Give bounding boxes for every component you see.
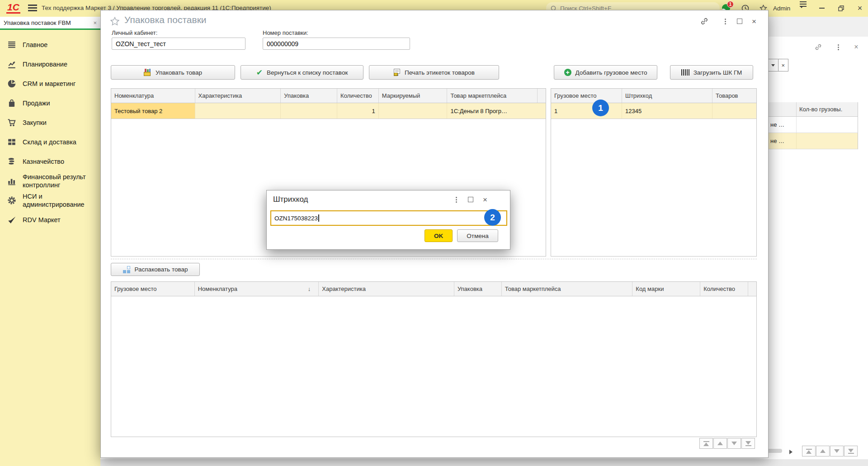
text-caret [318, 214, 319, 222]
packed-items-table: Грузовое место Номенклатура ↓ Характерис… [111, 281, 757, 437]
print-labels-button[interactable]: 1.11 Печать этикеток товаров [369, 65, 499, 80]
sidebar-item-glavnoe[interactable]: Главное [0, 35, 100, 54]
supply-number-field[interactable] [263, 38, 410, 50]
link-icon[interactable] [699, 17, 709, 26]
bg-link-icon[interactable] [814, 43, 823, 52]
col-tovar-marketplejsa[interactable]: Товар маркетплейса [502, 282, 633, 296]
modal-close-icon[interactable]: × [481, 196, 489, 203]
items-table-header: Номенклатура Характеристика Упаковка Кол… [111, 89, 546, 103]
rdv-check-icon [7, 215, 16, 224]
sidebar-item-zakupki[interactable]: Закупки [0, 113, 100, 132]
close-dialog-icon[interactable]: × [749, 17, 759, 26]
1c-logo-icon[interactable]: 1С [6, 2, 20, 14]
col-kolichestvo[interactable]: Количество [700, 282, 748, 296]
sidebar-item-label: Главное [23, 41, 47, 48]
col-upakovka[interactable]: Упаковка [454, 282, 502, 296]
go-top-button[interactable] [699, 438, 713, 449]
sidebar-item-kaznacheystvo[interactable]: Казначейство [0, 152, 100, 171]
more-menu-icon[interactable] [720, 17, 730, 26]
bg-close-icon[interactable]: × [852, 43, 861, 52]
annotation-badge-2: 2 [484, 209, 501, 226]
bg-scroll-right-icon[interactable] [789, 450, 793, 454]
restore-window-icon[interactable] [836, 4, 845, 13]
bg-go-down-button[interactable] [830, 446, 844, 456]
sort-desc-icon: ↓ [308, 285, 311, 292]
barcode-modal: Штрихкод × OZN175038223 OK Отмена [266, 190, 510, 250]
modal-more-icon[interactable] [452, 196, 460, 203]
tab-close-icon[interactable]: × [93, 19, 97, 26]
modal-maximize-icon[interactable] [467, 196, 475, 203]
unpack-item-button[interactable]: Распаковать товар [111, 263, 200, 276]
packed-table-header: Грузовое место Номенклатура ↓ Характерис… [111, 282, 756, 296]
cancel-button[interactable]: Отмена [457, 229, 498, 242]
col-shtrihkod[interactable]: Штрихкод [622, 89, 712, 103]
separator [111, 259, 757, 259]
dropdown-arrow-icon[interactable] [768, 59, 778, 71]
col-nomenklatura[interactable]: Номенклатура [111, 89, 195, 103]
barcode-icon [681, 69, 689, 76]
bg-table-header: Кол-во грузовы. [769, 102, 858, 117]
add-cargo-place-button[interactable]: + Добавить грузовое место [554, 65, 657, 80]
col-nomenklatura-sorted[interactable]: Номенклатура ↓ [195, 282, 319, 296]
col-markiruemyj[interactable]: Маркируемый [379, 89, 448, 103]
sidebar-item-label: CRM и маркетинг [23, 80, 75, 87]
modal-title: Штрихкод [273, 195, 308, 204]
sidebar-item-rdv-market[interactable]: RDV Маркет [0, 210, 100, 229]
bg-supply-table: Кол-во грузовы. не … не … [769, 102, 858, 149]
clear-filter-icon[interactable]: × [778, 59, 788, 71]
dialog-title: Упаковка поставки [124, 14, 207, 25]
col-tovarov[interactable]: Товаров [712, 89, 756, 103]
planning-chart-icon [7, 60, 16, 69]
col-gruzovoe-mesto[interactable]: Грузовое место [111, 282, 195, 296]
col-kolichestvo[interactable]: Количество [337, 89, 379, 103]
col-harakteristika[interactable]: Характеристика [319, 282, 454, 296]
bg-go-up-button[interactable] [816, 446, 830, 456]
sidebar: Упаковка поставок FBM × Главное Планиров… [0, 17, 100, 466]
coins-icon [7, 157, 16, 166]
sidebar-item-prodazhi[interactable]: Продажи [0, 93, 100, 113]
tab-label: Упаковка поставок FBM [4, 19, 71, 26]
menu-lines-icon [7, 40, 16, 49]
bg-go-top-button[interactable] [802, 446, 816, 456]
user-name[interactable]: Admin [773, 5, 790, 12]
col-gruzovoe-mesto[interactable]: Грузовое место [551, 89, 622, 103]
label-printer-icon: 1.11 [393, 69, 401, 76]
plus-icon: + [564, 69, 571, 76]
bg-col-cargo-count[interactable]: Кол-во грузовы. [797, 102, 858, 116]
sidebar-item-planirovanie[interactable]: Планирование [0, 54, 100, 74]
warehouse-grid-icon [7, 138, 16, 147]
col-harakteristika[interactable]: Характеристика [195, 89, 281, 103]
ok-button[interactable]: OK [425, 229, 453, 242]
favorite-star-icon[interactable] [110, 16, 120, 28]
user-menu-icon[interactable] [798, 4, 807, 13]
sidebar-item-label: Финансовый результконтроллинг [23, 173, 86, 189]
barcode-input[interactable]: OZN175038223 [270, 210, 507, 226]
main-menu-icon[interactable] [28, 5, 37, 11]
col-kod-marki[interactable]: Код марки [632, 282, 700, 296]
sidebar-item-crm-marketing[interactable]: CRM и маркетинг [0, 74, 100, 93]
cargo-table-row[interactable]: 1 12345 [551, 103, 756, 119]
go-down-button[interactable] [727, 438, 741, 449]
items-table-row[interactable]: Тестовый товар 2 1 1С:Деньги 8 Прогр… [111, 103, 546, 119]
maximize-icon[interactable] [735, 17, 745, 26]
col-tovar-marketplejsa[interactable]: Товар маркетплейса [447, 89, 538, 103]
back-to-supplies-button[interactable]: ✔ Вернуться к списку поставок [241, 65, 363, 80]
bg-more-icon[interactable] [834, 43, 843, 52]
cabinet-field[interactable] [112, 38, 245, 50]
cargo-table: Грузовое место Штрихкод Товаров 1 12345 [551, 88, 757, 257]
go-bottom-button[interactable] [741, 438, 755, 449]
sidebar-item-label: Продажи [23, 100, 50, 107]
pack-item-button[interactable]: Упаковать товар [111, 65, 235, 80]
bg-table-row-selected[interactable]: не … [769, 133, 858, 149]
close-window-icon[interactable]: × [855, 4, 864, 13]
minimize-window-icon[interactable] [817, 4, 826, 13]
sidebar-item-fin-rezultat[interactable]: Финансовый результконтроллинг [0, 171, 100, 190]
sidebar-item-sklad-dostavka[interactable]: Склад и доставка [0, 132, 100, 152]
col-upakovka[interactable]: Упаковка [281, 89, 337, 103]
go-up-button[interactable] [713, 438, 727, 449]
sidebar-item-nsi-administrirovanie[interactable]: НСИ иадминистрирование [0, 190, 100, 210]
load-cargo-barcode-button[interactable]: Загрузить ШК ГМ [670, 65, 753, 80]
bg-table-row[interactable]: не … [769, 117, 858, 133]
bg-go-bottom-button[interactable] [844, 446, 858, 456]
tab-upakovka-postavok-fbm[interactable]: Упаковка поставок FBM × [0, 17, 100, 30]
